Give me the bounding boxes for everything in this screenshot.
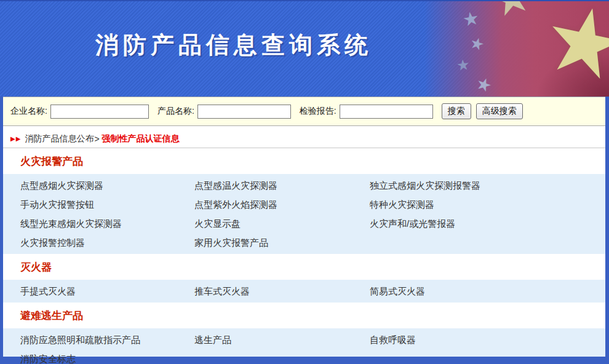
- search-bar: 企业名称: 产品名称: 检验报告: 搜索 高级搜索: [3, 97, 605, 126]
- product-sections: 火灾报警产品点型感烟火灾探测器点型感温火灾探测器独立式感烟火灾探测报警器手动火灾…: [3, 148, 605, 364]
- product-link[interactable]: 点型紫外火焰探测器: [194, 195, 370, 214]
- product-link[interactable]: 自救呼吸器: [370, 330, 605, 349]
- link-row: 消防应急照明和疏散指示产品逃生产品自救呼吸器: [3, 330, 605, 349]
- page-title: 消防产品信息查询系统: [0, 30, 468, 61]
- product-section: 灭火器手提式灭火器推车式灭火器简易式灭火器: [3, 254, 605, 303]
- product-link[interactable]: 点型感烟火灾探测器: [20, 176, 194, 195]
- link-row: 手提式灭火器推车式灭火器简易式灭火器: [3, 282, 605, 301]
- flag-small-star-icon: ★: [456, 57, 471, 73]
- product-link: [194, 349, 370, 364]
- breadcrumb-arrows-icon: ▶▶: [10, 135, 21, 142]
- product-link: [370, 233, 605, 252]
- product-link[interactable]: 家用火灾报警产品: [194, 233, 370, 252]
- inspection-report-input[interactable]: [340, 105, 433, 119]
- advanced-search-button[interactable]: 高级搜索: [476, 103, 523, 119]
- page: 消防产品信息查询系统 ★ ★ ★ ★ ★ ★ 企业名称: 产品名称: 检验报告:…: [0, 0, 609, 364]
- product-link[interactable]: 简易式灭火器: [370, 282, 605, 301]
- product-section: 避难逃生产品消防应急照明和疏散指示产品逃生产品自救呼吸器消防安全标志: [3, 303, 605, 364]
- product-link[interactable]: 火灾报警控制器: [20, 233, 194, 252]
- product-name-input[interactable]: [197, 105, 291, 119]
- product-link[interactable]: 手动火灾报警按钮: [20, 195, 194, 214]
- link-row: 点型感烟火灾探测器点型感温火灾探测器独立式感烟火灾探测报警器: [3, 176, 605, 195]
- breadcrumb-current: 强制性产品认证信息: [102, 133, 180, 144]
- product-link[interactable]: 消防安全标志: [20, 349, 194, 364]
- section-title: 避难逃生产品: [3, 303, 605, 328]
- product-link[interactable]: 特种火灾探测器: [370, 195, 605, 214]
- product-section: 火灾报警产品点型感烟火灾探测器点型感温火灾探测器独立式感烟火灾探测报警器手动火灾…: [3, 148, 605, 254]
- breadcrumb-root-link[interactable]: 消防产品信息公布: [25, 133, 94, 144]
- flag-small-star-icon: ★: [461, 9, 481, 30]
- section-link-block: 消防应急照明和疏散指示产品逃生产品自救呼吸器消防安全标志: [3, 328, 605, 364]
- section-title: 灭火器: [3, 254, 605, 280]
- link-row: 线型光束感烟火灾探测器火灾显示盘火灾声和/或光警报器: [3, 214, 605, 233]
- product-link[interactable]: 火灾显示盘: [194, 214, 370, 233]
- section-title: 火灾报警产品: [3, 148, 605, 174]
- section-link-block: 点型感烟火灾探测器点型感温火灾探测器独立式感烟火灾探测报警器手动火灾报警按钮点型…: [3, 174, 605, 254]
- link-row: 消防安全标志: [3, 349, 605, 364]
- product-link[interactable]: 推车式灭火器: [194, 282, 370, 301]
- breadcrumb-separator: >: [94, 134, 99, 144]
- breadcrumb: ▶▶ 消防产品信息公布 > 强制性产品认证信息: [3, 130, 605, 148]
- product-link[interactable]: 逃生产品: [194, 330, 370, 349]
- company-name-label: 企业名称:: [10, 106, 47, 117]
- product-link[interactable]: 火灾声和/或光警报器: [370, 214, 605, 233]
- inspection-report-label: 检验报告:: [300, 106, 336, 117]
- link-row: 手动火灾报警按钮点型紫外火焰探测器特种火灾探测器: [3, 195, 605, 214]
- product-link[interactable]: 手提式灭火器: [20, 282, 194, 301]
- product-link: [370, 349, 605, 364]
- product-link[interactable]: 点型感温火灾探测器: [194, 176, 370, 195]
- search-button[interactable]: 搜索: [442, 103, 471, 119]
- company-name-input[interactable]: [50, 105, 149, 119]
- product-link[interactable]: 独立式感烟火灾探测报警器: [370, 176, 605, 195]
- china-flag-image: ★ ★ ★ ★ ★ ★: [424, 1, 609, 97]
- section-link-block: 手提式灭火器推车式灭火器简易式灭火器: [3, 280, 605, 303]
- product-link[interactable]: 消防应急照明和疏散指示产品: [20, 330, 194, 349]
- link-row: 火灾报警控制器家用火灾报警产品: [3, 233, 605, 252]
- product-link[interactable]: 线型光束感烟火灾探测器: [20, 214, 194, 233]
- header-banner: 消防产品信息查询系统 ★ ★ ★ ★ ★ ★: [0, 0, 609, 97]
- product-name-label: 产品名称:: [157, 106, 194, 117]
- content-frame: 企业名称: 产品名称: 检验报告: 搜索 高级搜索 ▶▶ 消防产品信息公布 > …: [0, 97, 609, 357]
